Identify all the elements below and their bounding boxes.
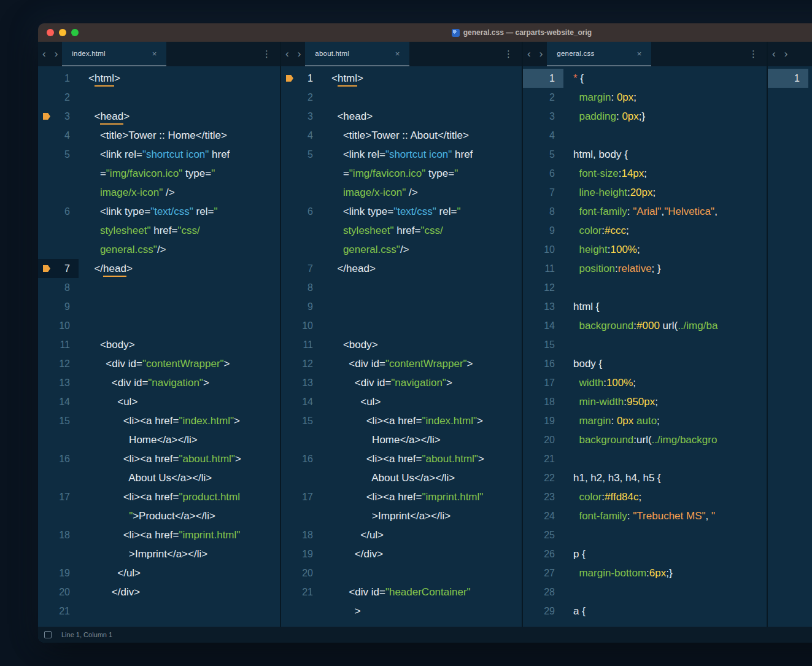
code-line[interactable]: 6 <link type="text/css" rel=" (281, 202, 522, 221)
tab-next-button[interactable]: › (50, 42, 63, 66)
code-line[interactable]: 8 font-family: "Arial","Helvetica", (523, 202, 767, 221)
code-line[interactable]: 14 <ul> (281, 392, 522, 411)
tab-prev-button[interactable]: ‹ (281, 42, 293, 66)
code-line[interactable]: 27 margin-bottom:6px;} (523, 563, 767, 583)
code-line[interactable]: 6 <link type="text/css" rel=" (38, 202, 280, 221)
code-editor-about-html[interactable]: 1<html>23 <head>4 <title>Tower :: About<… (281, 66, 522, 627)
code-line[interactable]: 11 <body> (281, 335, 522, 354)
tab-index-html[interactable]: index.html × (62, 42, 166, 66)
code-line[interactable]: 1 (768, 69, 812, 88)
code-line[interactable]: 11 position:relative; } (523, 259, 767, 278)
code-line[interactable]: 4 <title>Tower :: Home</title> (38, 126, 280, 145)
code-line[interactable]: 5html, body { (523, 145, 767, 164)
code-line[interactable]: 20 background:url(../img/backgro (523, 430, 767, 449)
code-editor-pane-4[interactable]: 1 (768, 66, 812, 627)
code-line[interactable]: Home</a></li> (38, 430, 280, 449)
tab-prev-button[interactable]: ‹ (768, 42, 780, 66)
code-line[interactable]: ="img/favicon.ico" type=" (38, 164, 280, 183)
code-line[interactable]: 15 <li><a href="index.html"> (281, 411, 522, 430)
code-line[interactable]: 21 <div id="headerContainer" (281, 583, 522, 602)
code-line[interactable]: 24 font-family: "Trebuchet MS", " (523, 506, 767, 525)
tab-overflow-menu-icon[interactable]: ⋮ (495, 42, 522, 66)
code-line[interactable]: 12 (523, 278, 767, 297)
code-line[interactable]: 16body { (523, 354, 767, 373)
code-line[interactable]: 15 (523, 335, 767, 354)
tab-close-icon[interactable]: × (381, 49, 400, 58)
code-line[interactable]: general.css"/> (281, 240, 522, 259)
code-line[interactable]: 10 height:100%; (523, 240, 767, 259)
panel-toggle-icon[interactable] (44, 631, 52, 638)
tab-prev-button[interactable]: ‹ (523, 42, 535, 66)
code-line[interactable]: 21 (523, 449, 767, 468)
tab-close-icon[interactable]: × (137, 49, 157, 58)
code-line[interactable]: 21 (38, 602, 280, 621)
code-line[interactable]: 16 <li><a href="about.html"> (281, 449, 522, 468)
code-editor-general-css[interactable]: 1* {2 margin: 0px;3 padding: 0px;}45html… (523, 66, 767, 627)
code-line[interactable]: 1<html> (38, 69, 280, 88)
titlebar[interactable]: general.css — carparts-website_orig (38, 23, 812, 42)
tab-next-button[interactable]: › (293, 42, 306, 66)
close-window-button[interactable] (47, 29, 54, 36)
code-line[interactable]: ">Product</a></li> (38, 506, 280, 525)
code-line[interactable]: About Us</a></li> (38, 468, 280, 487)
code-line[interactable]: 17 width:100%; (523, 373, 767, 392)
code-line[interactable]: 2 (281, 88, 522, 107)
code-line[interactable]: 9 (38, 297, 280, 316)
tab-next-button[interactable]: › (535, 42, 547, 66)
code-line[interactable]: 19 margin: 0px auto; (523, 411, 767, 430)
code-line[interactable]: 2 (38, 88, 280, 107)
code-line[interactable]: 28 (523, 583, 767, 602)
code-line[interactable]: 4 <title>Tower :: About</title> (281, 126, 522, 145)
code-line[interactable]: 1* { (523, 69, 767, 88)
code-line[interactable]: 29a { (523, 602, 767, 621)
code-line[interactable]: 9 color:#ccc; (523, 221, 767, 240)
code-line[interactable]: general.css"/> (38, 240, 280, 259)
tab-general-css[interactable]: general.css × (547, 42, 651, 66)
tab-prev-button[interactable]: ‹ (38, 42, 50, 66)
code-line[interactable]: 7 </head> (38, 259, 280, 278)
code-line[interactable]: 17 <li><a href="product.html (38, 487, 280, 506)
code-line[interactable]: 2 margin: 0px; (523, 88, 767, 107)
code-line[interactable]: 23 color:#ffd84c; (523, 487, 767, 506)
code-line[interactable]: 3 <head> (38, 107, 280, 126)
code-line[interactable]: 26p { (523, 544, 767, 563)
code-line[interactable]: 12 <div id="contentWrapper"> (281, 354, 522, 373)
code-line[interactable]: 6 font-size:14px; (523, 164, 767, 183)
code-line[interactable]: >Imprint</a></li> (38, 544, 280, 563)
code-line[interactable]: 14 background:#000 url(../img/ba (523, 316, 767, 335)
code-line[interactable]: stylesheet" href="css/ (38, 221, 280, 240)
code-line[interactable]: 8 (281, 278, 522, 297)
code-line[interactable]: Home</a></li> (281, 430, 522, 449)
code-line[interactable]: 3 <head> (281, 107, 522, 126)
code-line[interactable]: >Imprint</a></li> (281, 506, 522, 525)
tab-overflow-menu-icon[interactable]: ⋮ (740, 42, 767, 66)
code-line[interactable]: 20 </div> (38, 583, 280, 602)
code-line[interactable]: 7 </head> (281, 259, 522, 278)
code-line[interactable]: 13 <div id="navigation"> (281, 373, 522, 392)
code-line[interactable]: 13 <div id="navigation"> (38, 373, 280, 392)
code-line[interactable]: 7 line-height:20px; (523, 183, 767, 202)
code-line[interactable]: 9 (281, 297, 522, 316)
tab-next-button[interactable]: › (780, 42, 792, 66)
code-line[interactable]: ="img/favicon.ico" type=" (281, 164, 522, 183)
code-line[interactable]: image/x-icon" /> (281, 183, 522, 202)
code-line[interactable]: 19 </ul> (38, 563, 280, 583)
tab-overflow-menu-icon[interactable]: ⋮ (253, 42, 280, 66)
code-editor-index-html[interactable]: 1<html>23 <head>4 <title>Tower :: Home</… (38, 66, 280, 627)
code-line[interactable]: 11 <body> (38, 335, 280, 354)
code-line[interactable]: About Us</a></li> (281, 468, 522, 487)
minimize-window-button[interactable] (59, 29, 66, 36)
tab-about-html[interactable]: about.html × (305, 42, 409, 66)
code-line[interactable]: stylesheet" href="css/ (281, 221, 522, 240)
code-line[interactable]: 19 </div> (281, 544, 522, 563)
code-line[interactable]: > (281, 602, 522, 621)
code-line[interactable]: 5 <link rel="shortcut icon" href (38, 145, 280, 164)
code-line[interactable]: 3 padding: 0px;} (523, 107, 767, 126)
code-line[interactable]: 16 <li><a href="about.html"> (38, 449, 280, 468)
code-line[interactable]: 20 (281, 563, 522, 583)
code-line[interactable]: 1<html> (281, 69, 522, 88)
code-line[interactable]: 13html { (523, 297, 767, 316)
code-line[interactable]: 10 (281, 316, 522, 335)
zoom-window-button[interactable] (71, 29, 79, 36)
code-line[interactable]: 15 <li><a href="index.html"> (38, 411, 280, 430)
